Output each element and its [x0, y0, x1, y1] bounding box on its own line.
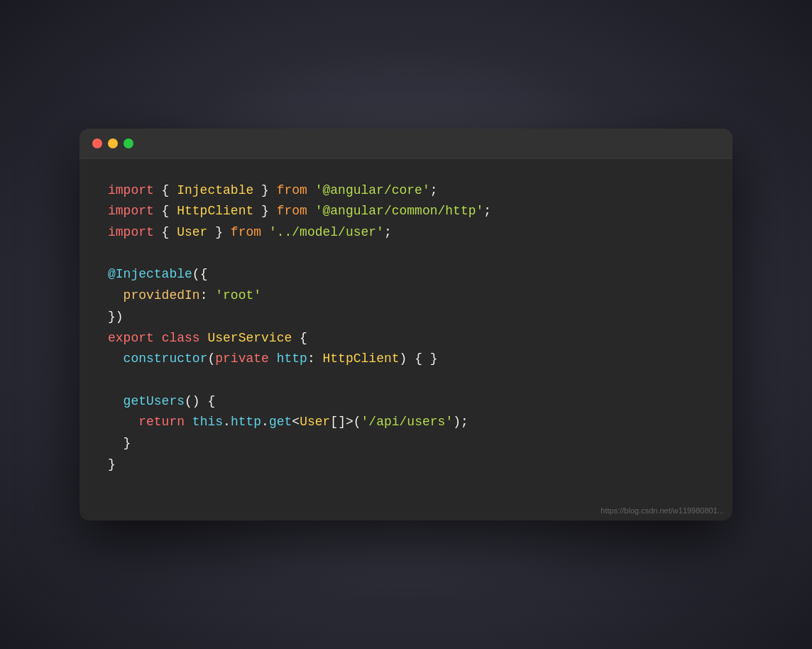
code-line-6: providedIn: 'root'	[108, 285, 704, 307]
titlebar	[79, 129, 733, 159]
code-line-11: getUsers() {	[108, 391, 704, 413]
code-line-13: }	[108, 433, 704, 454]
code-line-3: import { User } from '../model/user';	[108, 222, 704, 244]
code-window: import { Injectable } from '@angular/cor…	[79, 129, 733, 521]
code-line-12: return this.http.get<User[]>('/api/users…	[108, 412, 704, 433]
maximize-button[interactable]	[124, 138, 133, 148]
minimize-button[interactable]	[108, 138, 118, 148]
code-line-1: import { Injectable } from '@angular/cor…	[108, 180, 704, 202]
code-line-14: }	[108, 454, 704, 476]
blank-line-10	[108, 370, 704, 391]
code-line-9: constructor(private http: HttpClient) { …	[108, 349, 704, 370]
code-line-8: export class UserService {	[108, 328, 704, 349]
code-editor: import { Injectable } from '@angular/cor…	[79, 159, 733, 504]
code-line-5: @Injectable({	[108, 264, 704, 285]
watermark: https://blog.csdn.net/w119980801...	[79, 503, 733, 520]
close-button[interactable]	[92, 138, 102, 148]
blank-line-4	[108, 244, 704, 265]
code-line-2: import { HttpClient } from '@angular/com…	[108, 201, 704, 222]
code-line-7: })	[108, 307, 704, 328]
